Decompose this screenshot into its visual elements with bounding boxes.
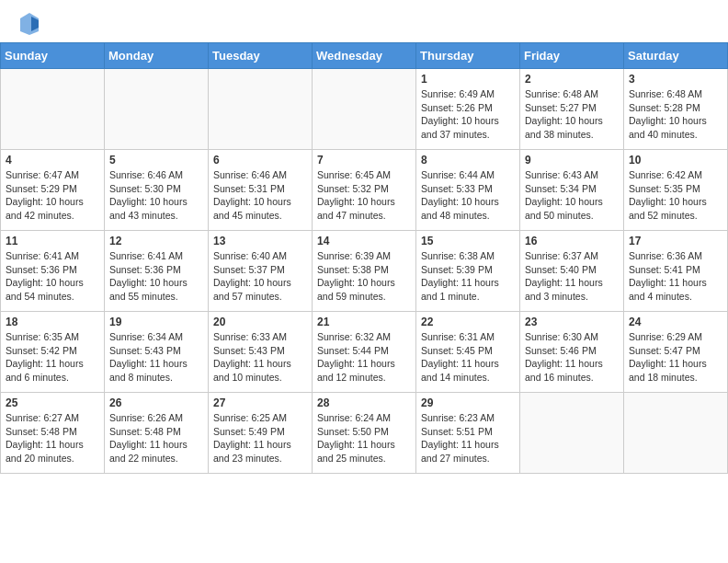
calendar-week-row: 25Sunrise: 6:27 AM Sunset: 5:48 PM Dayli… bbox=[1, 393, 728, 474]
logo bbox=[15, 11, 40, 37]
day-number: 24 bbox=[629, 316, 722, 328]
calendar-day-cell: 6Sunrise: 6:46 AM Sunset: 5:31 PM Daylig… bbox=[209, 150, 313, 231]
day-info: Sunrise: 6:41 AM Sunset: 5:36 PM Dayligh… bbox=[6, 249, 99, 304]
day-info: Sunrise: 6:26 AM Sunset: 5:48 PM Dayligh… bbox=[109, 411, 203, 465]
calendar-day-cell: 1Sunrise: 6:49 AM Sunset: 5:26 PM Daylig… bbox=[416, 69, 520, 150]
calendar-week-row: 18Sunrise: 6:35 AM Sunset: 5:42 PM Dayli… bbox=[1, 312, 728, 393]
day-info: Sunrise: 6:36 AM Sunset: 5:41 PM Dayligh… bbox=[629, 249, 722, 304]
page-header bbox=[0, 0, 728, 42]
day-number: 22 bbox=[421, 316, 515, 328]
day-number: 16 bbox=[525, 235, 619, 247]
calendar-day-cell: 23Sunrise: 6:30 AM Sunset: 5:46 PM Dayli… bbox=[520, 312, 624, 393]
day-number: 25 bbox=[6, 396, 99, 409]
day-info: Sunrise: 6:34 AM Sunset: 5:43 PM Dayligh… bbox=[109, 330, 203, 385]
calendar-day-cell: 10Sunrise: 6:42 AM Sunset: 5:35 PM Dayli… bbox=[624, 150, 728, 231]
calendar-day-cell: 27Sunrise: 6:25 AM Sunset: 5:49 PM Dayli… bbox=[209, 393, 313, 474]
calendar-day-cell: 3Sunrise: 6:48 AM Sunset: 5:28 PM Daylig… bbox=[624, 69, 728, 150]
day-info: Sunrise: 6:29 AM Sunset: 5:47 PM Dayligh… bbox=[629, 330, 722, 385]
day-info: Sunrise: 6:38 AM Sunset: 5:39 PM Dayligh… bbox=[421, 249, 515, 304]
day-info: Sunrise: 6:45 AM Sunset: 5:32 PM Dayligh… bbox=[317, 168, 411, 223]
day-number: 11 bbox=[6, 235, 99, 247]
day-info: Sunrise: 6:39 AM Sunset: 5:38 PM Dayligh… bbox=[317, 249, 411, 304]
day-info: Sunrise: 6:27 AM Sunset: 5:48 PM Dayligh… bbox=[6, 411, 99, 465]
day-info: Sunrise: 6:47 AM Sunset: 5:29 PM Dayligh… bbox=[6, 168, 99, 223]
day-number: 10 bbox=[629, 154, 722, 167]
day-number: 23 bbox=[525, 316, 619, 328]
day-number: 6 bbox=[213, 154, 307, 167]
day-info: Sunrise: 6:41 AM Sunset: 5:36 PM Dayligh… bbox=[109, 249, 203, 304]
calendar-day-cell: 22Sunrise: 6:31 AM Sunset: 5:45 PM Dayli… bbox=[416, 312, 520, 393]
calendar-day-cell: 16Sunrise: 6:37 AM Sunset: 5:40 PM Dayli… bbox=[520, 231, 624, 312]
day-number: 2 bbox=[525, 73, 619, 86]
calendar-week-row: 11Sunrise: 6:41 AM Sunset: 5:36 PM Dayli… bbox=[1, 231, 728, 312]
calendar-day-cell bbox=[1, 69, 105, 150]
weekday-header-friday: Friday bbox=[520, 43, 624, 69]
day-info: Sunrise: 6:25 AM Sunset: 5:49 PM Dayligh… bbox=[213, 411, 307, 465]
calendar-day-cell: 4Sunrise: 6:47 AM Sunset: 5:29 PM Daylig… bbox=[1, 150, 105, 231]
calendar-day-cell: 5Sunrise: 6:46 AM Sunset: 5:30 PM Daylig… bbox=[105, 150, 209, 231]
logo-icon bbox=[18, 11, 40, 37]
calendar-week-row: 4Sunrise: 6:47 AM Sunset: 5:29 PM Daylig… bbox=[1, 150, 728, 231]
day-number: 21 bbox=[317, 316, 411, 328]
calendar-day-cell: 20Sunrise: 6:33 AM Sunset: 5:43 PM Dayli… bbox=[209, 312, 313, 393]
day-number: 4 bbox=[6, 154, 99, 167]
calendar-day-cell: 13Sunrise: 6:40 AM Sunset: 5:37 PM Dayli… bbox=[209, 231, 313, 312]
weekday-header-monday: Monday bbox=[105, 43, 209, 69]
calendar-day-cell bbox=[209, 69, 313, 150]
calendar-day-cell bbox=[313, 69, 416, 150]
calendar-day-cell bbox=[624, 393, 728, 474]
day-number: 27 bbox=[213, 396, 307, 409]
day-info: Sunrise: 6:23 AM Sunset: 5:51 PM Dayligh… bbox=[421, 411, 515, 465]
calendar-day-cell: 2Sunrise: 6:48 AM Sunset: 5:27 PM Daylig… bbox=[520, 69, 624, 150]
day-info: Sunrise: 6:48 AM Sunset: 5:27 PM Dayligh… bbox=[525, 87, 619, 142]
day-number: 14 bbox=[317, 235, 411, 247]
day-info: Sunrise: 6:42 AM Sunset: 5:35 PM Dayligh… bbox=[629, 168, 722, 223]
calendar-week-row: 1Sunrise: 6:49 AM Sunset: 5:26 PM Daylig… bbox=[1, 69, 728, 150]
day-info: Sunrise: 6:35 AM Sunset: 5:42 PM Dayligh… bbox=[6, 330, 99, 385]
day-info: Sunrise: 6:43 AM Sunset: 5:34 PM Dayligh… bbox=[525, 168, 619, 223]
weekday-header-tuesday: Tuesday bbox=[209, 43, 313, 69]
day-info: Sunrise: 6:37 AM Sunset: 5:40 PM Dayligh… bbox=[525, 249, 619, 304]
weekday-header-wednesday: Wednesday bbox=[313, 43, 416, 69]
calendar-day-cell: 19Sunrise: 6:34 AM Sunset: 5:43 PM Dayli… bbox=[105, 312, 209, 393]
day-number: 28 bbox=[317, 396, 411, 409]
day-number: 3 bbox=[629, 73, 722, 86]
day-number: 15 bbox=[421, 235, 515, 247]
day-number: 26 bbox=[109, 396, 203, 409]
day-number: 5 bbox=[109, 154, 203, 167]
calendar-day-cell: 25Sunrise: 6:27 AM Sunset: 5:48 PM Dayli… bbox=[1, 393, 105, 474]
calendar-day-cell: 17Sunrise: 6:36 AM Sunset: 5:41 PM Dayli… bbox=[624, 231, 728, 312]
calendar-day-cell bbox=[520, 393, 624, 474]
day-number: 8 bbox=[421, 154, 515, 167]
day-number: 17 bbox=[629, 235, 722, 247]
day-info: Sunrise: 6:49 AM Sunset: 5:26 PM Dayligh… bbox=[421, 87, 515, 142]
day-number: 12 bbox=[109, 235, 203, 247]
calendar-table: SundayMondayTuesdayWednesdayThursdayFrid… bbox=[0, 42, 728, 474]
calendar-day-cell: 26Sunrise: 6:26 AM Sunset: 5:48 PM Dayli… bbox=[105, 393, 209, 474]
calendar-day-cell: 9Sunrise: 6:43 AM Sunset: 5:34 PM Daylig… bbox=[520, 150, 624, 231]
calendar-day-cell: 14Sunrise: 6:39 AM Sunset: 5:38 PM Dayli… bbox=[313, 231, 416, 312]
day-number: 9 bbox=[525, 154, 619, 167]
calendar-day-cell: 24Sunrise: 6:29 AM Sunset: 5:47 PM Dayli… bbox=[624, 312, 728, 393]
day-number: 13 bbox=[213, 235, 307, 247]
day-info: Sunrise: 6:31 AM Sunset: 5:45 PM Dayligh… bbox=[421, 330, 515, 385]
day-info: Sunrise: 6:46 AM Sunset: 5:30 PM Dayligh… bbox=[109, 168, 203, 223]
calendar-day-cell: 28Sunrise: 6:24 AM Sunset: 5:50 PM Dayli… bbox=[313, 393, 416, 474]
day-number: 19 bbox=[109, 316, 203, 328]
day-info: Sunrise: 6:48 AM Sunset: 5:28 PM Dayligh… bbox=[629, 87, 722, 142]
day-info: Sunrise: 6:32 AM Sunset: 5:44 PM Dayligh… bbox=[317, 330, 411, 385]
day-info: Sunrise: 6:44 AM Sunset: 5:33 PM Dayligh… bbox=[421, 168, 515, 223]
calendar-day-cell: 7Sunrise: 6:45 AM Sunset: 5:32 PM Daylig… bbox=[313, 150, 416, 231]
day-number: 20 bbox=[213, 316, 307, 328]
weekday-header-thursday: Thursday bbox=[416, 43, 520, 69]
calendar-day-cell: 8Sunrise: 6:44 AM Sunset: 5:33 PM Daylig… bbox=[416, 150, 520, 231]
day-number: 7 bbox=[317, 154, 411, 167]
day-info: Sunrise: 6:46 AM Sunset: 5:31 PM Dayligh… bbox=[213, 168, 307, 223]
calendar-day-cell: 21Sunrise: 6:32 AM Sunset: 5:44 PM Dayli… bbox=[313, 312, 416, 393]
weekday-header-row: SundayMondayTuesdayWednesdayThursdayFrid… bbox=[1, 43, 728, 69]
day-info: Sunrise: 6:30 AM Sunset: 5:46 PM Dayligh… bbox=[525, 330, 619, 385]
weekday-header-saturday: Saturday bbox=[624, 43, 728, 69]
calendar-day-cell: 11Sunrise: 6:41 AM Sunset: 5:36 PM Dayli… bbox=[1, 231, 105, 312]
day-number: 29 bbox=[421, 396, 515, 409]
calendar-day-cell bbox=[105, 69, 209, 150]
